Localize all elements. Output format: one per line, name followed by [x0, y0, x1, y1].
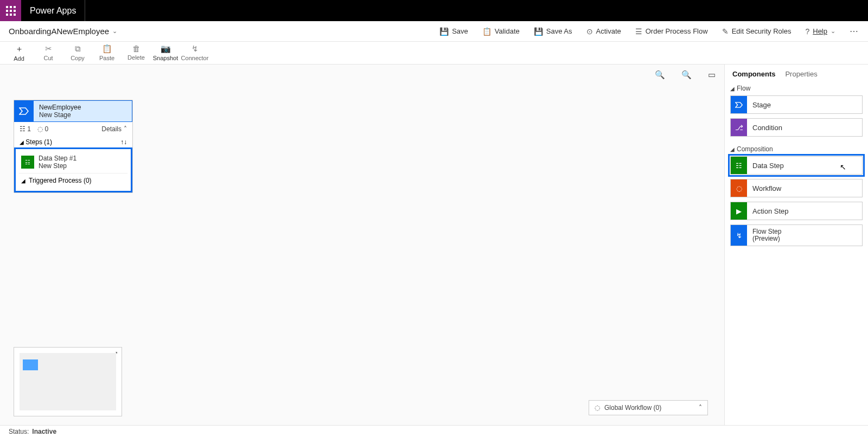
zoom-out-button[interactable]: 🔍: [681, 70, 692, 80]
flow-step-icon: ↯: [731, 225, 747, 246]
copy-button[interactable]: ⧉Copy: [63, 44, 92, 61]
zoom-in-button[interactable]: 🔍: [655, 70, 665, 80]
chevron-down-icon: ⌄: [831, 28, 835, 35]
component-data-step[interactable]: ☷ Data Step: [730, 156, 863, 175]
copy-icon: ⧉: [75, 44, 81, 54]
reorder-arrows-icon[interactable]: ↑↓: [120, 138, 127, 146]
svg-rect-5: [14, 10, 16, 12]
status-label: Status:: [9, 428, 29, 435]
stage-name: NewEmployee: [39, 104, 126, 111]
app-launcher-button[interactable]: [0, 0, 21, 21]
component-condition[interactable]: ⎇ Condition: [730, 118, 863, 137]
save-as-button[interactable]: 💾Save As: [534, 27, 572, 36]
section-flow[interactable]: ◢Flow: [725, 81, 868, 95]
data-step-item[interactable]: ☷ Data Step #1 New Step: [19, 151, 127, 173]
svg-rect-4: [10, 10, 12, 12]
component-flow-step[interactable]: ↯ Flow Step (Preview): [730, 224, 863, 246]
more-button[interactable]: ⋯: [850, 26, 859, 36]
stage-icon: [731, 96, 747, 113]
divider: [85, 0, 85, 21]
validate-icon: 📋: [482, 27, 492, 36]
svg-rect-6: [6, 14, 8, 16]
right-panel-tabs: Components Properties: [725, 65, 868, 81]
activate-icon: ⊙: [586, 27, 593, 36]
flow-components: Stage ⎇ Condition: [725, 95, 868, 137]
section-composition[interactable]: ◢Composition: [725, 142, 868, 156]
steps-header[interactable]: ◢ Steps (1) ↑↓: [14, 136, 132, 148]
camera-icon: 📷: [161, 44, 171, 54]
svg-rect-1: [10, 6, 12, 8]
stage-meta-row: ☷ 1 ◌ 0 Details ˄: [14, 122, 132, 136]
data-step-icon: ☷: [731, 157, 747, 174]
canvas-zoom-controls: 🔍 🔍 ▭: [655, 70, 716, 80]
app-title: Power Apps: [21, 6, 85, 16]
save-icon: 💾: [439, 27, 449, 36]
svg-rect-0: [6, 6, 8, 8]
right-panel: Components Properties ◢Flow Stage ⎇ Cond…: [724, 65, 868, 425]
security-icon: ✎: [722, 27, 729, 36]
command-bar: OnboardingANewEmployee ⌄ 💾Save 📋Validate…: [0, 21, 868, 42]
stage-header[interactable]: NewEmployee New Stage: [14, 100, 132, 122]
workflow-icon: ◌: [731, 179, 747, 197]
triangle-icon: ◢: [730, 146, 735, 152]
tab-properties[interactable]: Properties: [785, 70, 817, 78]
command-actions: 💾Save 📋Validate 💾Save As ⊙Activate ☰Orde…: [439, 26, 859, 36]
canvas[interactable]: 🔍 🔍 ▭ NewEmployee New Stage ☷ 1 ◌ 0: [0, 65, 724, 425]
svg-rect-7: [10, 14, 12, 16]
stage-title-block: NewEmployee New Stage: [34, 100, 132, 122]
workflow-count-icon: ◌ 0: [37, 125, 48, 133]
svg-rect-2: [14, 6, 16, 8]
data-step-name: Data Step #1: [39, 155, 76, 162]
order-process-flow-button[interactable]: ☰Order Process Flow: [635, 27, 708, 36]
triangle-icon: ◢: [730, 86, 735, 92]
svg-rect-3: [6, 10, 8, 12]
chevron-up-icon: ˄: [124, 125, 127, 133]
validate-button[interactable]: 📋Validate: [482, 27, 520, 36]
composition-components: ☷ Data Step ◌ Workflow ▶ Action Step ↯ F…: [725, 156, 868, 246]
cut-button[interactable]: ✂Cut: [34, 44, 63, 61]
triangle-icon: ◢: [20, 139, 24, 145]
trash-icon: 🗑: [132, 44, 141, 53]
order-icon: ☰: [635, 27, 642, 36]
minimap[interactable]: ⤢: [14, 347, 122, 416]
component-action-step[interactable]: ▶ Action Step: [730, 202, 863, 220]
selected-step-container: ☷ Data Step #1 New Step ◢ Triggered Proc…: [14, 147, 132, 192]
data-step-icon: ☷: [21, 156, 34, 169]
component-stage[interactable]: Stage: [730, 95, 863, 114]
workflow-icon: ◌: [595, 404, 600, 412]
delete-button[interactable]: 🗑Delete: [122, 44, 151, 61]
paste-icon: 📋: [102, 44, 112, 54]
connector-button[interactable]: ↯Connector: [180, 44, 209, 61]
activate-button[interactable]: ⊙Activate: [586, 27, 621, 36]
connector-icon: ↯: [192, 44, 199, 54]
tab-components[interactable]: Components: [732, 70, 775, 78]
stage-card[interactable]: NewEmployee New Stage ☷ 1 ◌ 0 Details ˄ …: [14, 100, 133, 193]
chevron-stage-icon: [19, 107, 29, 115]
save-button[interactable]: 💾Save: [439, 27, 468, 36]
chevron-up-icon[interactable]: ˄: [699, 404, 702, 412]
help-button[interactable]: ?Help⌄: [805, 27, 835, 36]
snapshot-button[interactable]: 📷Snapshot: [151, 44, 180, 61]
global-workflow-bar[interactable]: ◌ Global Workflow (0) ˄: [589, 400, 708, 415]
help-icon: ?: [805, 27, 809, 36]
triggered-process-row[interactable]: ◢ Triggered Process (0): [19, 173, 127, 188]
details-toggle[interactable]: Details ˄: [101, 125, 127, 133]
file-name: OnboardingANewEmployee: [9, 27, 109, 36]
waffle-icon: [6, 6, 16, 16]
toolbar: ＋Add ✂Cut ⧉Copy 📋Paste 🗑Delete 📷Snapshot…: [0, 42, 868, 65]
component-workflow[interactable]: ◌ Workflow: [730, 179, 863, 197]
edit-security-roles-button[interactable]: ✎Edit Security Roles: [722, 27, 792, 36]
save-as-icon: 💾: [534, 27, 543, 36]
add-button[interactable]: ＋Add: [4, 44, 34, 62]
file-name-dropdown[interactable]: OnboardingANewEmployee ⌄: [9, 27, 117, 36]
main-area: 🔍 🔍 ▭ NewEmployee New Stage ☷ 1 ◌ 0: [0, 65, 868, 425]
fit-screen-button[interactable]: ▭: [708, 70, 716, 80]
data-step-sub: New Step: [39, 162, 76, 170]
svg-rect-8: [14, 14, 16, 16]
condition-icon: ⎇: [731, 119, 747, 136]
status-value: Inactive: [32, 428, 56, 435]
minimap-node: [23, 359, 38, 370]
paste-button[interactable]: 📋Paste: [92, 44, 122, 61]
cut-icon: ✂: [45, 44, 52, 54]
stage-subtitle: New Stage: [39, 111, 126, 119]
